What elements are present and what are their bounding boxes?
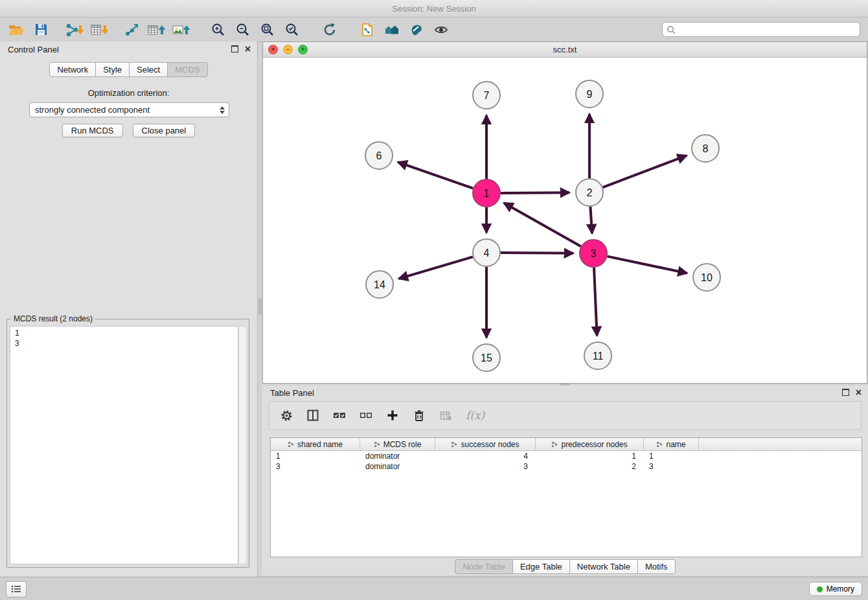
table-panel-tabs: Node Table Edge Table Network Table Moti… <box>262 559 868 574</box>
graph-node-15[interactable]: 15 <box>473 344 500 371</box>
export-table-button[interactable] <box>146 20 166 40</box>
add-column-button[interactable] <box>386 407 399 424</box>
graph-edge-3-10[interactable] <box>608 257 687 273</box>
tab-style[interactable]: Style <box>95 62 130 77</box>
zoom-in-button[interactable] <box>209 20 228 40</box>
cell-successor-nodes[interactable]: 3 <box>435 462 536 471</box>
mcds-result-list[interactable]: 1 3 <box>10 326 238 564</box>
column-header-mcds-role[interactable]: MCDS role <box>360 438 435 450</box>
graph-edge-4-3[interactable] <box>501 253 573 253</box>
graph-node-3[interactable]: 3 <box>580 240 607 267</box>
graph-node-7[interactable]: 7 <box>473 82 500 109</box>
close-table-panel-icon[interactable]: × <box>856 389 862 397</box>
graph-node-4[interactable]: 4 <box>473 239 500 266</box>
graph-node-9[interactable]: 9 <box>576 80 603 108</box>
close-window-icon[interactable]: × <box>268 45 278 54</box>
graph-node-label: 1 <box>484 188 490 199</box>
mcds-result-title: MCDS result (2 nodes) <box>11 314 95 323</box>
search-field[interactable] <box>662 22 860 37</box>
graph-edge-2-3[interactable] <box>590 207 592 233</box>
show-hide-button[interactable] <box>431 20 451 40</box>
export-table-icon <box>147 23 165 37</box>
graph-node-label: 15 <box>481 352 492 363</box>
close-panel-button[interactable]: Close panel <box>133 124 196 137</box>
run-mcds-button[interactable]: Run MCDS <box>62 124 123 137</box>
search-input[interactable] <box>678 25 856 35</box>
graph-edge-4-14[interactable] <box>399 257 473 279</box>
export-image-button[interactable] <box>171 20 190 40</box>
cell-predecessor-nodes[interactable]: 2 <box>536 462 644 471</box>
zoom-selected-button[interactable] <box>282 20 302 40</box>
unselect-all-columns-button[interactable] <box>360 407 372 424</box>
column-header-name[interactable]: name <box>644 438 699 450</box>
graph-node-2[interactable]: 2 <box>576 179 603 206</box>
tab-node-table[interactable]: Node Table <box>455 559 513 574</box>
zoom-window-icon[interactable]: + <box>298 45 308 54</box>
new-network-from-selection-button[interactable] <box>358 20 377 40</box>
table-row[interactable]: 1 dominator 4 1 1 <box>271 451 862 461</box>
table-panel-title: Table Panel <box>270 388 314 398</box>
split-columns-button[interactable] <box>306 407 319 424</box>
cell-shared-name[interactable]: 3 <box>271 462 360 471</box>
vertical-splitter-handle[interactable] <box>258 298 262 315</box>
column-header-predecessor-nodes[interactable]: predecessor nodes <box>536 438 644 450</box>
cell-mcds-role[interactable]: dominator <box>360 462 435 471</box>
first-neighbors-button[interactable] <box>382 20 402 40</box>
delete-table-button[interactable] <box>439 407 452 424</box>
import-table-button[interactable] <box>89 20 109 40</box>
function-builder-button[interactable]: f(x) <box>466 407 485 424</box>
refresh-view-button[interactable] <box>320 20 339 40</box>
tab-network[interactable]: Network <box>49 62 96 77</box>
graph-edge-2-8[interactable] <box>603 156 687 187</box>
tab-select[interactable]: Select <box>129 62 168 77</box>
tab-edge-table[interactable]: Edge Table <box>512 559 570 574</box>
optimization-dropdown[interactable]: strongly connected component <box>29 102 229 117</box>
tab-motifs[interactable]: Motifs <box>637 559 676 574</box>
result-scrollbar[interactable] <box>238 326 247 564</box>
network-document-icon <box>361 23 374 37</box>
network-window-titlebar: scc.txt × − + <box>263 42 867 58</box>
graph-node-1[interactable]: 1 <box>473 179 500 207</box>
close-control-panel-icon[interactable]: × <box>245 45 251 53</box>
tab-mcds[interactable]: MCDS <box>167 62 207 77</box>
network-graph-canvas[interactable]: 7968124314101511 <box>263 57 867 383</box>
float-table-panel-icon[interactable] <box>842 388 849 398</box>
tab-network-table[interactable]: Network Table <box>569 559 638 574</box>
zoom-out-button[interactable] <box>233 20 253 40</box>
graph-edge-1-2[interactable] <box>501 192 569 193</box>
table-settings-button[interactable] <box>280 407 293 424</box>
graph-edge-3-1[interactable] <box>504 203 581 246</box>
zoom-fit-button[interactable] <box>258 20 277 40</box>
table-panel: Table Panel × <box>262 386 868 575</box>
delete-columns-button[interactable] <box>413 407 426 424</box>
cell-predecessor-nodes[interactable]: 1 <box>536 452 644 461</box>
float-control-panel-icon[interactable] <box>231 45 238 54</box>
column-header-successor-nodes[interactable]: successor nodes <box>435 438 536 450</box>
save-session-button[interactable] <box>31 20 51 40</box>
table-row[interactable]: 3 dominator 3 2 3 <box>271 461 862 472</box>
cell-name[interactable]: 1 <box>644 452 699 461</box>
cell-mcds-role[interactable]: dominator <box>360 452 435 461</box>
graph-node-11[interactable]: 11 <box>584 342 611 369</box>
memory-button[interactable]: Memory <box>809 582 862 596</box>
graph-node-14[interactable]: 14 <box>366 271 393 298</box>
cell-successor-nodes[interactable]: 4 <box>435 452 536 461</box>
trash-icon <box>413 410 425 422</box>
column-header-filler <box>699 438 862 450</box>
control-panel-title: Control Panel <box>8 45 59 54</box>
cell-shared-name[interactable]: 1 <box>271 452 360 461</box>
column-header-shared-name[interactable]: shared name <box>271 438 360 450</box>
minimize-window-icon[interactable]: − <box>283 45 293 54</box>
graph-edge-1-6[interactable] <box>398 162 473 189</box>
select-all-columns-button[interactable] <box>333 407 346 424</box>
apply-style-button[interactable] <box>407 20 426 40</box>
export-network-button[interactable] <box>122 20 141 40</box>
graph-node-6[interactable]: 6 <box>365 142 393 169</box>
import-network-button[interactable] <box>65 20 84 40</box>
graph-node-8[interactable]: 8 <box>692 135 719 162</box>
panel-list-button[interactable] <box>6 581 27 597</box>
open-session-button[interactable] <box>6 20 26 40</box>
graph-edge-3-11[interactable] <box>594 268 597 336</box>
cell-name[interactable]: 3 <box>644 462 699 471</box>
graph-node-10[interactable]: 10 <box>693 264 720 291</box>
